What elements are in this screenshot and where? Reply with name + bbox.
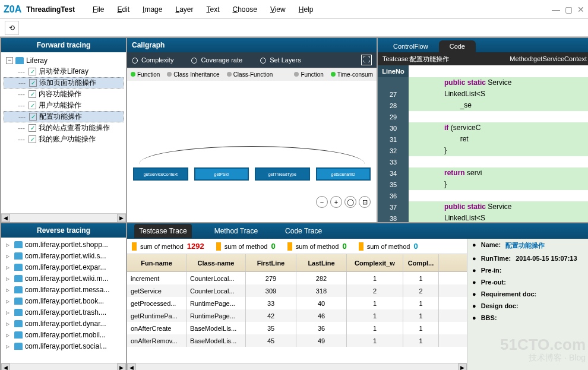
- minimize-icon[interactable]: —: [552, 5, 560, 14]
- trace-summary-row: sum of method1292sum of method0sum of me…: [127, 239, 467, 254]
- reverse-item[interactable]: ▹com.liferay.portlet.wiki.s...: [2, 250, 125, 261]
- zoom-reset-icon[interactable]: ◯: [344, 196, 356, 208]
- tab-method-trace[interactable]: Method Trace: [210, 224, 263, 238]
- checkbox-icon[interactable]: ✓: [29, 68, 36, 75]
- table-row[interactable]: getRuntimePa...RuntimePage...424611: [127, 309, 467, 322]
- zoom-out-icon[interactable]: −: [316, 196, 328, 208]
- opt-coverage[interactable]: Coverage rate: [191, 56, 242, 64]
- graph-node[interactable]: getThreadType: [255, 167, 310, 181]
- reverse-hscrollbar[interactable]: ◀▶: [1, 363, 126, 370]
- tree-item[interactable]: ---✓内容功能操作: [4, 88, 124, 100]
- expand-icon[interactable]: ▹: [6, 286, 12, 294]
- table-row[interactable]: getProcessed...RuntimePage...334011: [127, 297, 467, 309]
- tree-item[interactable]: ---✓用户功能操作: [4, 100, 124, 111]
- col-header[interactable]: Compl...: [403, 254, 439, 271]
- reverse-item[interactable]: ▹com.liferay.portlet.book...: [2, 295, 125, 306]
- expand-icon[interactable]: ▹: [6, 252, 12, 260]
- tool-button[interactable]: ⟲: [5, 21, 19, 35]
- callgraph-canvas[interactable]: getServiceContextgetPSidgetThreadTypeget…: [127, 68, 377, 222]
- reverse-item[interactable]: ▹com.liferay.portlet.wiki.m...: [2, 273, 125, 284]
- opt-layers[interactable]: Set Layers: [260, 56, 301, 64]
- tab-function2[interactable]: Function: [294, 71, 323, 78]
- lineno-header: LineNo: [378, 65, 409, 77]
- menu-choose[interactable]: Choose: [233, 5, 257, 14]
- col-header[interactable]: LastLine: [296, 254, 347, 271]
- reverse-item[interactable]: ▹com.liferay.portlet.shopp...: [2, 239, 125, 250]
- table-row[interactable]: incrementCounterLocal...27928211: [127, 272, 467, 284]
- reverse-item[interactable]: ▹com.liferay.portlet.messa...: [2, 284, 125, 295]
- menu-file[interactable]: File: [93, 5, 104, 14]
- checkbox-icon[interactable]: ✓: [29, 113, 37, 121]
- col-header[interactable]: Class-name: [186, 254, 246, 271]
- graph-node[interactable]: getServiceContext: [133, 167, 188, 181]
- expand-icon[interactable]: ▹: [6, 320, 12, 328]
- checkbox-icon[interactable]: ✓: [29, 79, 37, 87]
- line-number: 27: [378, 88, 409, 100]
- menu-text[interactable]: Text: [207, 5, 220, 14]
- reverse-list[interactable]: ▹com.liferay.portlet.shopp...▹com.lifera…: [1, 238, 126, 363]
- code-editor[interactable]: public static ServiceLinkedList<S _seif …: [409, 65, 588, 222]
- col-header[interactable]: Complexit_w: [347, 254, 403, 271]
- trace-hscrollbar[interactable]: ◀▶: [127, 363, 467, 370]
- opt-complexity[interactable]: Complexity: [132, 56, 173, 64]
- maximize-icon[interactable]: ▢: [565, 5, 573, 14]
- tab-class-inheritance[interactable]: Class Inheritance: [167, 71, 219, 78]
- checkbox-icon[interactable]: ✓: [29, 135, 36, 143]
- folder-icon: [15, 57, 24, 64]
- menu-edit[interactable]: Edit: [117, 5, 129, 14]
- forward-hscrollbar[interactable]: ◀▶: [1, 213, 126, 222]
- tab-function1[interactable]: Function: [131, 71, 160, 78]
- tab-code-trace[interactable]: Code Trace: [280, 224, 327, 238]
- reverse-item[interactable]: ▹com.liferay.portlet.trash....: [2, 306, 125, 318]
- zoom-in-icon[interactable]: +: [330, 196, 342, 208]
- menu-layer[interactable]: Layer: [175, 5, 193, 14]
- menu-help[interactable]: Help: [299, 5, 314, 14]
- tree-item[interactable]: ---✓添加页面功能操作: [4, 77, 124, 88]
- expand-icon[interactable]: ▹: [6, 331, 12, 339]
- table-row[interactable]: onAfterCreateBaseModelLis...353611: [127, 322, 467, 334]
- reverse-item[interactable]: ▹com.liferay.portlet.social...: [2, 340, 125, 352]
- col-header[interactable]: FirstLine: [246, 254, 296, 271]
- reverse-item[interactable]: ▹com.liferay.portlet.expar...: [2, 261, 125, 273]
- checkbox-icon[interactable]: ✓: [29, 90, 36, 98]
- graph-node[interactable]: getPSid: [194, 167, 249, 181]
- expand-icon[interactable]: ⛶: [361, 55, 372, 65]
- tab-class-function[interactable]: Class-Function: [227, 71, 273, 78]
- collapse-icon[interactable]: −: [6, 57, 13, 64]
- reverse-item[interactable]: ▹com.liferay.portlet.mobil...: [2, 329, 125, 340]
- close-icon[interactable]: ✕: [577, 5, 584, 14]
- menu-view[interactable]: View: [270, 5, 286, 14]
- expand-icon[interactable]: ▹: [6, 342, 12, 350]
- graph-node[interactable]: getScenariID: [316, 167, 371, 181]
- info-name-label: Name:: [481, 241, 501, 250]
- tree-item[interactable]: ---✓配置功能操作: [4, 111, 124, 122]
- menu-image[interactable]: Image: [143, 5, 162, 14]
- reverse-item[interactable]: ▹com.liferay.portlet.dynar...: [2, 318, 125, 329]
- trace-table[interactable]: Fun-nameClass-nameFirstLineLastLineCompl…: [127, 254, 467, 363]
- tree-item[interactable]: ---✓启动登录Liferay: [4, 66, 124, 77]
- tab-time-consum[interactable]: Time-consum: [331, 71, 373, 78]
- expand-icon[interactable]: ▹: [6, 308, 12, 317]
- code-line: if (serviceC: [409, 122, 588, 134]
- tab-code[interactable]: Code: [439, 40, 476, 52]
- checkbox-icon[interactable]: ✓: [29, 124, 36, 132]
- app-title: ThreadingTest: [26, 5, 75, 14]
- forward-tree[interactable]: −Liferay---✓启动登录Liferay---✓添加页面功能操作---✓内…: [1, 52, 126, 213]
- tab-controlflow[interactable]: ControlFlow: [382, 40, 439, 52]
- checkbox-icon[interactable]: ✓: [29, 102, 36, 109]
- col-header[interactable]: Fun-name: [127, 254, 186, 271]
- table-row[interactable]: onAfterRemov...BaseModelLis...454911: [127, 334, 467, 347]
- expand-icon[interactable]: ▹: [6, 274, 12, 283]
- tree-root[interactable]: −Liferay: [4, 55, 124, 66]
- folder-icon: [14, 309, 23, 316]
- zoom-fit-icon[interactable]: ⊡: [359, 196, 371, 208]
- expand-icon[interactable]: ▹: [6, 263, 12, 271]
- tree-item[interactable]: ---✓我的站点查看功能操作: [4, 122, 124, 134]
- line-number: 30: [378, 122, 409, 134]
- expand-icon[interactable]: ▹: [6, 241, 12, 249]
- tree-item[interactable]: ---✓我的账户功能操作: [4, 134, 124, 145]
- code-line: [409, 190, 588, 201]
- expand-icon[interactable]: ▹: [6, 297, 12, 305]
- table-row[interactable]: getServiceCounterLocal...30931822: [127, 284, 467, 297]
- tab-testcase-trace[interactable]: Testcase Trace: [134, 224, 192, 238]
